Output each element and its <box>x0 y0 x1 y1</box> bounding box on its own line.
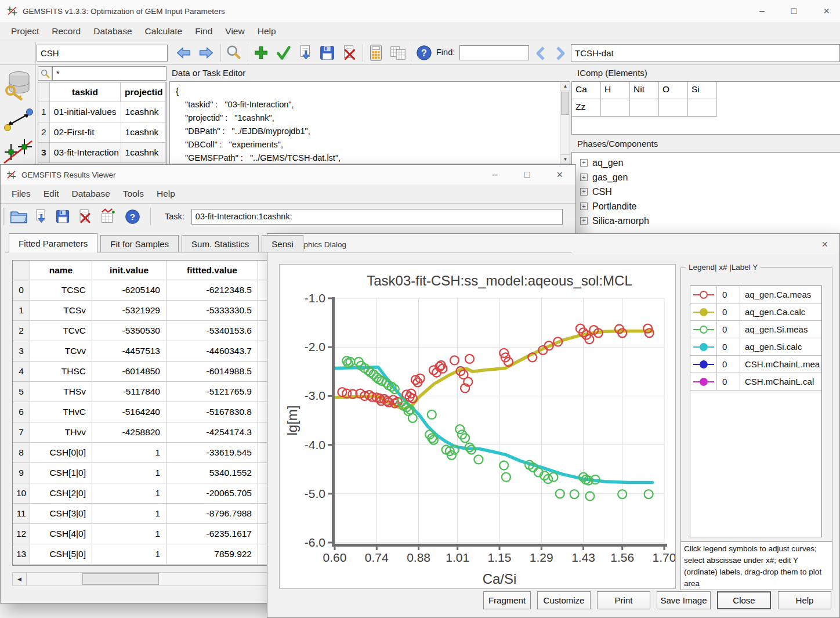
record-template-input[interactable] <box>571 44 840 62</box>
task-input[interactable] <box>191 209 563 225</box>
print-button[interactable]: Print <box>597 591 650 609</box>
expand-icon[interactable]: + <box>580 188 588 196</box>
maximize-button[interactable]: □ <box>524 169 530 180</box>
add-record-button[interactable] <box>251 43 271 63</box>
close-button[interactable]: × <box>823 5 830 17</box>
legend-row-aq-gen-ca-calc[interactable]: 0aq_gen.Ca.calc <box>690 303 821 321</box>
close-button[interactable]: Close <box>717 591 771 609</box>
calculator-button[interactable] <box>366 43 386 63</box>
legend-curve-label[interactable]: aq_gen.Ca.calc <box>740 303 821 320</box>
legend-curve-label[interactable]: aq_gen.Si.meas <box>740 321 821 338</box>
legend-symbol-csh-mchainl-cal[interactable] <box>690 373 717 390</box>
delete-results-button[interactable] <box>74 206 96 227</box>
legend-symbol-csh-mchainl-mea[interactable] <box>690 356 717 373</box>
paste-record-button[interactable] <box>30 206 52 227</box>
find-input[interactable] <box>459 45 529 60</box>
legend-x-count[interactable]: 0 <box>717 373 740 390</box>
maximize-button[interactable]: □ <box>791 6 797 16</box>
phase-item-silica-amorph[interactable]: +Silica-amorph <box>572 214 840 228</box>
menu-help[interactable]: Help <box>150 185 182 203</box>
icomp-cell-o[interactable]: O <box>659 82 688 99</box>
search-records-button[interactable] <box>224 43 244 63</box>
task-row-3[interactable]: 303-fit-Interaction1cashnk <box>38 143 166 163</box>
help-button[interactable]: Help <box>778 591 831 609</box>
paste-record-button[interactable] <box>295 43 315 63</box>
menu-database[interactable]: Database <box>65 185 116 203</box>
task-row-2[interactable]: 202-First-fit1cashnk <box>38 122 166 143</box>
menu-view[interactable]: View <box>219 23 251 40</box>
forward-button[interactable] <box>196 43 216 63</box>
menu-calculate[interactable]: Calculate <box>139 23 189 40</box>
menu-find[interactable]: Find <box>189 23 219 40</box>
tab-sum-statistics[interactable]: Sum. Statistics <box>182 235 259 252</box>
table-view-button[interactable] <box>388 43 408 63</box>
icomp-cell-nit[interactable]: Nit <box>630 82 659 99</box>
menu-record[interactable]: Record <box>45 23 87 40</box>
legend-row-csh-mchainl-mea[interactable]: 0CSH.mChainL.mea <box>690 356 821 373</box>
chart-canvas[interactable]: Task03-fit-CSH:ss_model:aqeous_sol:MCL0.… <box>280 265 675 591</box>
icomp-cell-zz[interactable]: Zz <box>572 99 601 117</box>
phase-item-csh[interactable]: +CSH <box>572 185 840 199</box>
legend-row-aq-gen-ca-meas[interactable]: 0aq_gen.Ca.meas <box>690 286 821 303</box>
save-image-button[interactable]: Save Image <box>657 591 711 609</box>
task-row-1[interactable]: 101-initial-values1cashnk <box>38 102 166 122</box>
scroll-up-button[interactable]: ▲ <box>560 82 570 91</box>
legend-symbol-aq-gen-ca-meas[interactable] <box>690 286 717 303</box>
legend-curve-label[interactable]: aq_gen.Ca.meas <box>740 286 821 303</box>
close-button[interactable]: × <box>556 169 563 181</box>
legend-row-aq-gen-si-meas[interactable]: 0aq_gen.Si.meas <box>690 321 821 338</box>
record-key-input[interactable] <box>37 45 168 62</box>
expand-icon[interactable]: + <box>580 203 588 210</box>
help-button[interactable]: ? <box>120 206 144 227</box>
legend-symbol-aq-gen-ca-calc[interactable] <box>690 303 717 320</box>
menu-database[interactable]: Database <box>87 23 138 40</box>
icomp-cell[interactable] <box>688 99 717 117</box>
scroll-down-button[interactable]: ▼ <box>560 154 570 164</box>
menu-project[interactable]: Project <box>5 23 45 40</box>
expand-icon[interactable]: + <box>580 159 588 167</box>
menu-files[interactable]: Files <box>5 185 37 203</box>
legend-x-count[interactable]: 0 <box>717 286 740 303</box>
legend-x-count[interactable]: 0 <box>717 356 740 373</box>
scroll-left-button[interactable]: ◀ <box>13 573 27 586</box>
database-mode-button[interactable] <box>3 70 32 104</box>
filter-search-button[interactable] <box>38 66 52 81</box>
graph-results-button[interactable] <box>96 206 120 227</box>
menu-help[interactable]: Help <box>251 23 283 40</box>
icomp-cell-h[interactable]: H <box>601 82 630 99</box>
menu-tools[interactable]: Tools <box>117 185 150 203</box>
expand-icon[interactable]: + <box>580 174 588 181</box>
icomp-cell[interactable] <box>601 99 630 117</box>
legend-curve-label[interactable]: CSH.mChainL.mea <box>740 356 821 373</box>
fit-mode-button[interactable] <box>3 138 32 167</box>
save-results-button[interactable] <box>52 206 74 227</box>
legend-symbol-aq-gen-si-meas[interactable] <box>690 321 717 338</box>
expand-icon[interactable]: + <box>580 217 588 225</box>
fragment-button[interactable]: Fragment <box>483 591 531 609</box>
scrollbar-thumb[interactable] <box>561 92 569 115</box>
icomp-cell[interactable] <box>659 99 688 117</box>
phase-item-portlandite[interactable]: +Portlandite <box>572 199 840 214</box>
tab-sensi[interactable]: Sensi <box>262 235 303 252</box>
find-next-button[interactable] <box>551 44 569 63</box>
phase-item-gas-gen[interactable]: +gas_gen <box>572 170 840 185</box>
save-record-button[interactable] <box>317 43 337 63</box>
legend-curve-label[interactable]: aq_gen.Si.calc <box>740 338 821 355</box>
editor-scrollbar[interactable]: ▲ ▼ <box>560 82 570 164</box>
delete-record-button[interactable] <box>339 43 359 63</box>
back-button[interactable] <box>174 43 194 63</box>
icomp-cell-ca[interactable]: Ca <box>572 82 601 99</box>
close-button[interactable]: × <box>821 238 828 251</box>
scrollbar-thumb[interactable] <box>82 573 159 585</box>
open-task-button[interactable] <box>8 206 30 227</box>
phase-item-aq-gen[interactable]: +aq_gen <box>572 156 840 170</box>
find-previous-button[interactable] <box>533 44 550 63</box>
tab-fitted-parameters[interactable]: Fitted Parameters <box>9 233 97 252</box>
legend-curve-label[interactable]: CSH.mChainL.cal <box>740 373 821 390</box>
filter-input[interactable] <box>52 66 166 81</box>
legend-x-count[interactable]: 0 <box>717 321 740 338</box>
menu-edit[interactable]: Edit <box>37 185 66 203</box>
toolbar-handle[interactable] <box>3 208 5 225</box>
customize-button[interactable]: Customize <box>537 591 591 609</box>
task-editor[interactable]: { "taskid" : "03-fit-Interaction", "proj… <box>169 81 570 164</box>
